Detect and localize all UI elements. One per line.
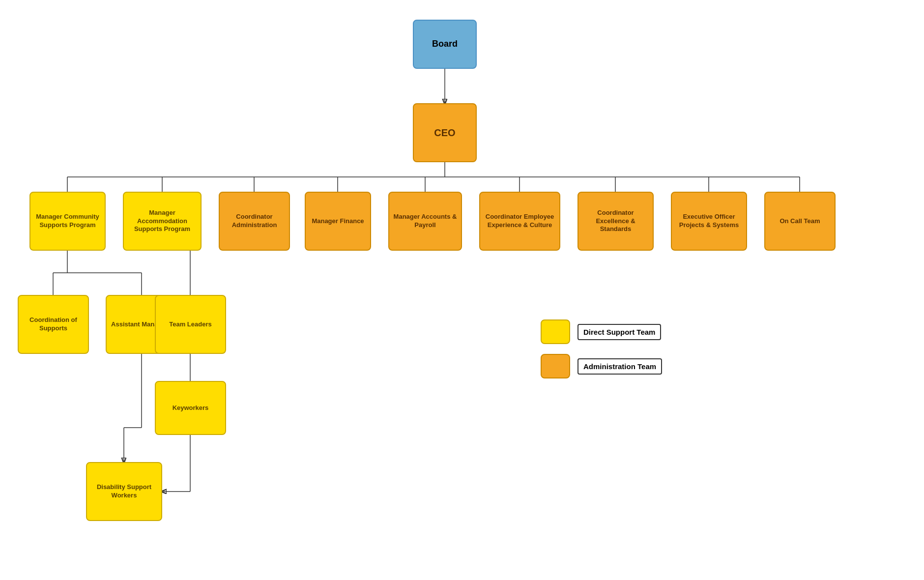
legend-box-yellow <box>541 319 570 344</box>
legend: Direct Support Team Administration Team <box>541 319 662 378</box>
coord-employee-node: Coordinator Employee Experience & Cultur… <box>479 192 560 251</box>
legend-label-orange: Administration Team <box>578 358 662 375</box>
legend-item-yellow: Direct Support Team <box>541 319 662 344</box>
team-leaders-node: Team Leaders <box>155 295 226 354</box>
legend-label-yellow: Direct Support Team <box>578 324 661 340</box>
coord-admin-node: Coordinator Administration <box>219 192 290 251</box>
on-call-node: On Call Team <box>764 192 836 251</box>
board-node: Board <box>413 20 477 69</box>
legend-item-orange: Administration Team <box>541 354 662 378</box>
disability-workers-node: Disability Support Workers <box>86 462 162 521</box>
exec-officer-node: Executive Officer Projects & Systems <box>671 192 747 251</box>
keyworkers-node: Keyworkers <box>155 381 226 435</box>
ceo-node: CEO <box>413 103 477 162</box>
coord-excellence-node: Coordinator Excellence & Standards <box>578 192 654 251</box>
mgr-accommodation-node: Manager Accommodation Supports Program <box>123 192 202 251</box>
coord-supports-node: Coordination of Supports <box>18 295 89 354</box>
mgr-finance-node: Manager Finance <box>305 192 371 251</box>
legend-box-orange <box>541 354 570 378</box>
mgr-community-node: Manager Community Supports Program <box>29 192 106 251</box>
org-chart: Board CEO Manager Community Supports Pro… <box>0 0 924 580</box>
mgr-accounts-node: Manager Accounts & Payroll <box>388 192 462 251</box>
